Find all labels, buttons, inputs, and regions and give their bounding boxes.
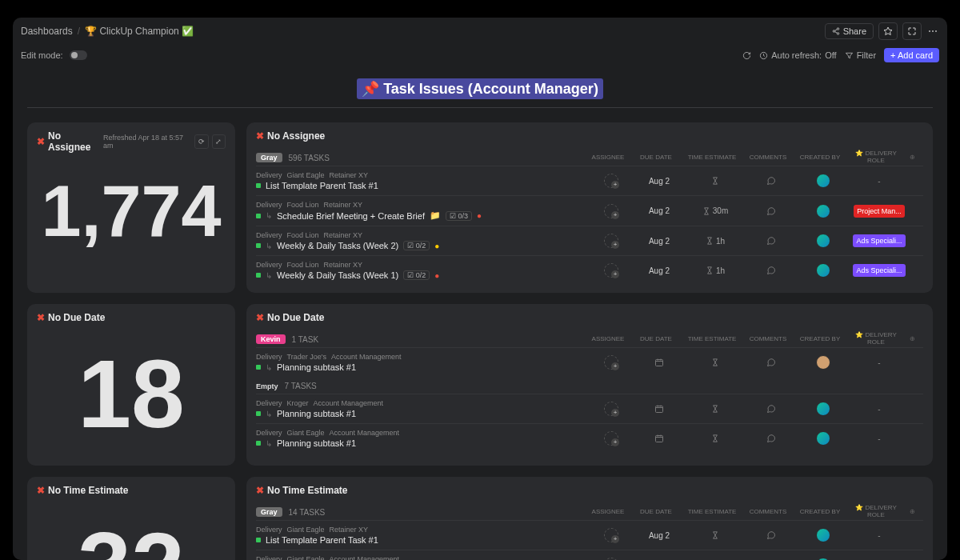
delivery-role-cell[interactable]: - — [851, 434, 907, 443]
group-badge[interactable]: Empty — [256, 382, 278, 390]
svg-point-2 — [837, 33, 839, 35]
creator-avatar[interactable] — [816, 263, 830, 278]
due-date-cell[interactable] — [635, 434, 683, 443]
comments-cell[interactable] — [747, 434, 795, 443]
filter-button[interactable]: Filter — [845, 50, 876, 60]
table-row[interactable]: DeliveryKrogerAccount Management ↳Planni… — [256, 394, 923, 423]
due-date-cell[interactable]: Aug 2 — [635, 206, 683, 215]
table-row[interactable]: DeliveryFood LionRetainer XY ↳Weekly & D… — [256, 226, 923, 255]
table-row[interactable]: DeliveryFood LionRetainer XY ↳Weekly & D… — [256, 255, 923, 285]
counter-value: 1,774 — [37, 159, 226, 263]
expand-icon — [907, 26, 917, 36]
delivery-role-cell[interactable]: - — [851, 358, 907, 367]
comments-cell[interactable] — [747, 176, 795, 186]
comments-cell[interactable] — [747, 206, 795, 216]
comments-cell[interactable] — [747, 404, 795, 414]
due-date-cell[interactable] — [635, 404, 683, 414]
creator-avatar[interactable] — [816, 174, 830, 188]
share-icon — [832, 27, 840, 35]
due-date-cell[interactable] — [635, 358, 683, 367]
creator-avatar[interactable] — [816, 234, 830, 248]
status-dot — [256, 441, 261, 446]
table-row[interactable]: DeliveryGiant EagleAccount Management ↳P… — [256, 423, 923, 453]
status-dot — [256, 411, 261, 416]
creator-avatar[interactable] — [816, 528, 830, 542]
creator-avatar[interactable] — [816, 204, 830, 218]
comments-cell[interactable] — [747, 266, 795, 275]
comments-cell[interactable] — [747, 530, 795, 540]
assignee-empty[interactable] — [604, 234, 618, 248]
clock-icon — [759, 51, 768, 60]
breadcrumb-root[interactable]: Dashboards — [21, 26, 73, 37]
assignee-empty[interactable] — [604, 431, 618, 446]
refresh-card-button[interactable]: ⟳ — [194, 134, 208, 149]
time-estimate-cell[interactable]: 1h — [683, 237, 747, 246]
filter-icon — [845, 51, 854, 60]
delivery-role-cell[interactable]: Ads Speciali... — [851, 234, 907, 247]
status-dot — [256, 273, 261, 278]
creator-avatar[interactable] — [816, 402, 830, 416]
group-badge[interactable]: Gray — [256, 507, 282, 517]
delivery-role-cell[interactable]: - — [851, 405, 907, 414]
counter-value: 18 — [37, 330, 226, 458]
delivery-role-cell[interactable]: - — [851, 531, 907, 540]
counter-card-no-due-date: ✖No Due Date 18 — [27, 304, 235, 466]
svg-marker-5 — [884, 27, 892, 35]
assignee-empty[interactable] — [604, 355, 618, 370]
creator-avatar[interactable] — [816, 355, 830, 370]
time-estimate-cell[interactable] — [683, 177, 747, 185]
comments-cell[interactable] — [747, 236, 795, 246]
group-badge[interactable]: Kevin — [256, 334, 286, 344]
table-row[interactable]: DeliveryGiant EagleRetainer XY List Temp… — [256, 166, 923, 195]
breadcrumb-title[interactable]: 🏆 ClickUp Champion ✅ — [85, 26, 194, 37]
time-estimate-cell[interactable] — [683, 358, 747, 366]
delivery-role-cell[interactable]: - — [851, 177, 907, 186]
due-date-cell[interactable]: Aug 2 — [635, 266, 683, 275]
table-card-no-due-date: ✖No Due Date Kevin 1 TASK Assignee Due D… — [246, 304, 933, 466]
creator-avatar[interactable] — [816, 431, 830, 446]
x-icon: ✖ — [37, 312, 45, 323]
status-dot — [256, 214, 261, 218]
delivery-role-cell[interactable]: Project Man... — [851, 205, 907, 218]
assignee-empty[interactable] — [604, 174, 618, 188]
table-card-no-time-estimate: ✖No Time Estimate Gray 14 TASKS Assignee… — [246, 477, 933, 560]
column-settings[interactable]: ⊕ — [904, 335, 920, 342]
svg-point-0 — [837, 28, 839, 30]
column-settings[interactable]: ⊕ — [904, 508, 920, 515]
star-button[interactable] — [878, 22, 898, 40]
table-row[interactable]: DeliveryTrader Joe'sAccount Management ↳… — [256, 347, 923, 377]
time-estimate-cell[interactable] — [683, 434, 747, 442]
time-estimate-cell[interactable] — [683, 531, 747, 539]
assignee-empty[interactable] — [604, 263, 618, 278]
edit-mode-toggle[interactable] — [70, 50, 87, 60]
table-row[interactable]: DeliveryFood LionRetainer XY ↳Schedule B… — [256, 195, 923, 226]
comments-cell[interactable] — [747, 358, 795, 367]
time-estimate-cell[interactable]: 1h — [683, 266, 747, 275]
group-badge[interactable]: Gray — [256, 153, 282, 162]
svg-rect-9 — [656, 436, 663, 442]
page-title: 📌 Task Issues (Account Manager) — [357, 78, 603, 99]
svg-rect-7 — [656, 360, 663, 366]
table-row[interactable]: DeliveryGiant EagleAccount Management Te… — [256, 550, 923, 560]
assignee-empty[interactable] — [604, 402, 618, 416]
auto-refresh[interactable]: Auto refresh: Off — [759, 50, 836, 60]
more-button[interactable]: ⋯ — [926, 22, 939, 40]
due-date-cell[interactable]: Aug 2 — [635, 237, 683, 246]
time-estimate-cell[interactable] — [683, 405, 747, 413]
due-date-cell[interactable]: Aug 2 — [635, 531, 683, 540]
column-settings[interactable]: ⊕ — [904, 154, 920, 161]
table-row[interactable]: DeliveryGiant EagleRetainer XY List Temp… — [256, 520, 923, 550]
status-dot — [256, 538, 261, 542]
more-icon: ⋯ — [928, 26, 938, 37]
share-button[interactable]: Share — [825, 23, 874, 39]
refresh-button[interactable] — [742, 51, 751, 60]
delivery-role-cell[interactable]: Ads Speciali... — [851, 264, 907, 277]
expand-card-button[interactable]: ⤢ — [212, 134, 226, 149]
add-card-button[interactable]: + Add card — [884, 48, 939, 62]
assignee-empty[interactable] — [604, 528, 618, 542]
due-date-cell[interactable]: Aug 2 — [635, 177, 683, 186]
assignee-empty[interactable] — [604, 204, 618, 218]
star-icon — [883, 26, 893, 36]
expand-button[interactable] — [902, 22, 922, 40]
time-estimate-cell[interactable]: 30m — [683, 206, 747, 215]
